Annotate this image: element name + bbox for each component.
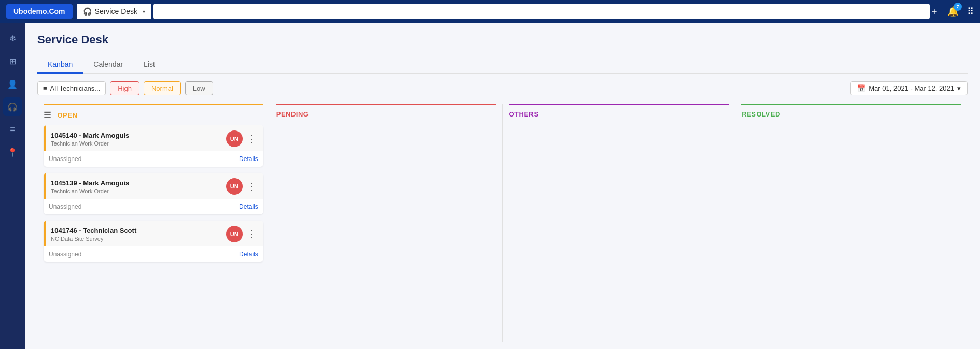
col-header-others: OTHERS — [509, 104, 729, 123]
ticket-subtitle-1045139: Technician Work Order — [51, 188, 226, 194]
grid-icon: ⊞ — [9, 56, 16, 66]
col-header-open: ☰ OPEN — [44, 104, 263, 125]
date-range-label: Mar 01, 2021 - Mar 12, 2021 — [869, 84, 954, 92]
kanban-board: ☰ OPEN 1045140 - Mark Amoguis Technician… — [37, 104, 968, 342]
ticket-subtitle-1045140: Technician Work Order — [51, 140, 226, 147]
ticket-details-link-1045140[interactable]: Details — [239, 155, 258, 163]
ticket-card-1041746: 1041746 - Technician Scott NCIData Site … — [44, 221, 263, 262]
ticket-more-button-1041746[interactable]: ⋮ — [245, 228, 258, 240]
tabs-bar: Kanban Calendar List — [37, 56, 968, 74]
ticket-title-1041746: 1041746 - Technician Scott — [51, 227, 226, 235]
headphone-icon: 🎧 — [83, 7, 92, 16]
kanban-col-resolved: RESOLVED — [735, 104, 968, 342]
ticket-card-1045140: 1045140 - Mark Amoguis Technician Work O… — [44, 125, 263, 167]
technician-filter-label: All Technicians... — [50, 84, 101, 92]
ticket-avatar-1045140: UN — [226, 130, 243, 147]
plus-icon: ＋ — [930, 5, 939, 18]
tab-calendar[interactable]: Calendar — [83, 56, 133, 74]
col-header-resolved: RESOLVED — [741, 104, 961, 123]
col-title-open: OPEN — [58, 111, 78, 119]
ticket-avatar-1045139: UN — [226, 178, 243, 195]
sidebar-item-users[interactable]: 👤 — [3, 75, 22, 93]
kanban-col-pending: PENDING — [270, 104, 503, 342]
tab-kanban[interactable]: Kanban — [37, 56, 83, 74]
kanban-col-open: ☰ OPEN 1045140 - Mark Amoguis Technician… — [37, 104, 270, 342]
nav-right: ＋ 🔔 7 ⠿ — [930, 5, 974, 18]
sidebar-item-headset[interactable]: 🎧 — [3, 97, 22, 116]
calendar-icon: 📅 — [857, 84, 865, 92]
ticket-assignee-1045140: Unassigned — [49, 155, 81, 163]
sidebar-item-dashboard[interactable]: ⊞ — [3, 52, 22, 70]
nav-search-input[interactable] — [153, 4, 930, 19]
ticket-info-1041746: 1041746 - Technician Scott NCIData Site … — [46, 227, 226, 242]
ticket-body-1041746: Unassigned Details — [44, 246, 263, 262]
tab-list[interactable]: List — [133, 56, 165, 74]
ticket-card-1045139: 1045139 - Mark Amoguis Technician Work O… — [44, 173, 263, 214]
sidebar-item-list[interactable]: ≡ — [3, 120, 22, 139]
ticket-info-1045139: 1045139 - Mark Amoguis Technician Work O… — [46, 179, 226, 194]
notif-badge: 7 — [954, 3, 962, 11]
ticket-title-1045139: 1045139 - Mark Amoguis — [51, 179, 226, 187]
sidebar-item-logo[interactable]: ❄ — [3, 29, 22, 48]
brand-button[interactable]: Ubodemo.Com — [6, 4, 73, 19]
sidebar-item-location[interactable]: 📍 — [3, 143, 22, 162]
layout: ❄ ⊞ 👤 🎧 ≡ 📍 Service Desk Kanban Calendar… — [0, 23, 980, 349]
col-title-others: OTHERS — [509, 110, 539, 118]
location-icon: 📍 — [7, 148, 18, 157]
ticket-header-1045139: 1045139 - Mark Amoguis Technician Work O… — [44, 173, 263, 199]
col-title-pending: PENDING — [276, 110, 309, 118]
ticket-assignee-1041746: Unassigned — [49, 251, 81, 258]
ticket-body-1045140: Unassigned Details — [44, 151, 263, 167]
chevron-down-icon: ▾ — [143, 9, 145, 14]
date-range-picker[interactable]: 📅 Mar 01, 2021 - Mar 12, 2021 ▾ — [850, 81, 968, 95]
col-menu-icon-open[interactable]: ☰ — [44, 110, 51, 120]
apps-button[interactable]: ⠿ — [967, 6, 974, 17]
ticket-title-1045140: 1045140 - Mark Amoguis — [51, 132, 226, 139]
ticket-details-link-1045139[interactable]: Details — [239, 203, 258, 210]
filter-icon: ≡ — [43, 84, 47, 92]
ticket-subtitle-1041746: NCIData Site Survey — [51, 236, 226, 242]
priority-high-button[interactable]: High — [110, 81, 139, 95]
service-desk-tab[interactable]: 🎧 Service Desk ▾ — [77, 4, 151, 19]
grid-icon: ⠿ — [967, 6, 974, 17]
priority-low-button[interactable]: Low — [185, 81, 213, 95]
col-header-pending: PENDING — [276, 104, 496, 123]
priority-normal-button[interactable]: Normal — [144, 81, 181, 95]
ticket-more-button-1045139[interactable]: ⋮ — [245, 181, 258, 192]
ticket-assignee-1045139: Unassigned — [49, 203, 81, 210]
sidebar: ❄ ⊞ 👤 🎧 ≡ 📍 — [0, 23, 25, 349]
col-title-resolved: RESOLVED — [741, 110, 780, 118]
technician-filter-dropdown[interactable]: ≡ All Technicians... — [37, 81, 106, 95]
chevron-down-icon: ▾ — [957, 84, 961, 92]
page-title: Service Desk — [37, 33, 968, 47]
ticket-body-1045139: Unassigned Details — [44, 199, 263, 214]
logo-icon: ❄ — [9, 34, 16, 43]
list-icon: ≡ — [10, 125, 15, 134]
ticket-more-button-1045140[interactable]: ⋮ — [245, 133, 258, 144]
ticket-info-1045140: 1045140 - Mark Amoguis Technician Work O… — [46, 132, 226, 147]
ticket-details-link-1041746[interactable]: Details — [239, 251, 258, 258]
ticket-header-1045140: 1045140 - Mark Amoguis Technician Work O… — [44, 125, 263, 151]
add-button[interactable]: ＋ — [930, 5, 939, 18]
headset-icon: 🎧 — [7, 102, 18, 112]
top-nav: Ubodemo.Com 🎧 Service Desk ▾ ＋ 🔔 7 ⠿ — [0, 0, 980, 23]
main-content: Service Desk Kanban Calendar List ≡ All … — [25, 23, 980, 349]
ticket-avatar-1041746: UN — [226, 226, 243, 242]
user-icon: 👤 — [7, 79, 18, 89]
notifications-button[interactable]: 🔔 7 — [947, 6, 959, 17]
ticket-header-1041746: 1041746 - Technician Scott NCIData Site … — [44, 221, 263, 246]
service-desk-tab-label: Service Desk — [95, 7, 137, 16]
filter-row: ≡ All Technicians... High Normal Low 📅 M… — [37, 81, 968, 95]
kanban-col-others: OTHERS — [503, 104, 736, 342]
